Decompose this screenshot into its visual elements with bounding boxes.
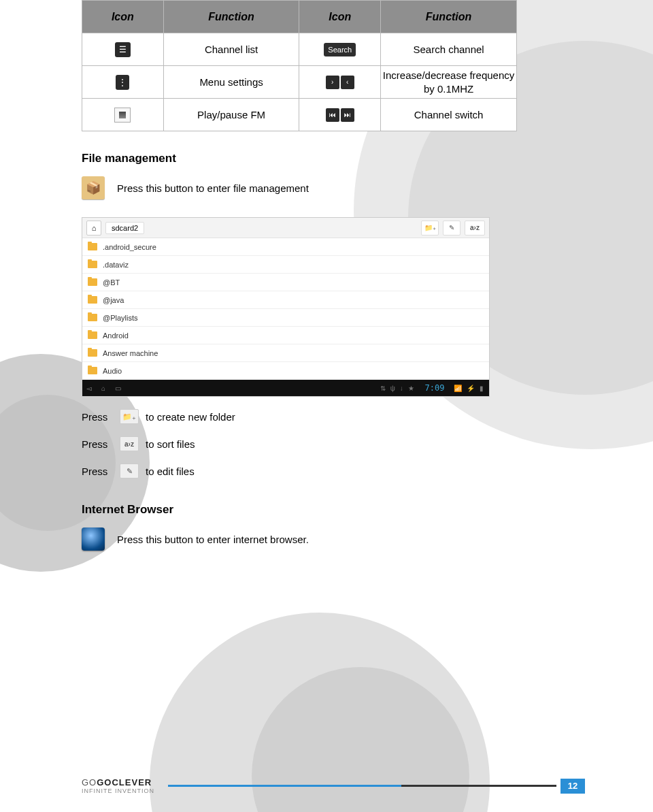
folder-icon	[88, 331, 97, 339]
breadcrumb-sdcard2[interactable]: sdcard2	[105, 222, 144, 234]
channel-switch-icon: ⏮⏭	[326, 108, 354, 122]
folder-icon	[88, 314, 97, 321]
sort-az-icon[interactable]: a›z	[465, 221, 485, 236]
back-nav-icon[interactable]: ◅	[86, 385, 92, 392]
status-time: 7:09	[425, 383, 445, 393]
status-icons: ⇅ ψ ↓ ★	[380, 385, 415, 392]
file-manager-app-icon	[82, 176, 105, 199]
press-sort-text: to sort files	[146, 438, 195, 450]
footer-bar	[168, 785, 556, 787]
recents-nav-icon[interactable]: ▭	[115, 385, 121, 392]
list-item[interactable]: @Playlists	[82, 309, 489, 327]
channel-list-icon: ☰	[115, 42, 131, 57]
list-item[interactable]: .android_secure	[82, 238, 489, 256]
menu-settings-icon: ⋮	[116, 75, 129, 90]
folder-icon	[88, 261, 97, 268]
func-channel-list: Channel list	[163, 33, 299, 66]
icon-function-table: Icon Function Icon Function ☰ Channel li…	[82, 0, 517, 131]
page-number: 12	[560, 779, 585, 794]
press-label-1: Press	[82, 411, 113, 423]
list-item[interactable]: Answer machine	[82, 344, 489, 362]
folder-icon	[88, 349, 97, 357]
folder-icon	[88, 367, 97, 374]
file-manager-screenshot: ⌂ sdcard2 📁₊ ✎ a›z .android_secure .data…	[82, 217, 490, 397]
folder-icon	[88, 243, 97, 250]
status-icons-right: 📶 ⚡ ▮	[454, 385, 485, 392]
new-folder-icon: 📁₊	[120, 409, 139, 424]
file-management-instruction: Press this button to enter file manageme…	[117, 182, 309, 194]
press-label-3: Press	[82, 466, 113, 477]
func-menu-settings: Menu settings	[163, 66, 299, 99]
folder-icon	[88, 278, 97, 286]
new-folder-icon[interactable]: 📁₊	[421, 221, 439, 236]
func-channel-switch: Channel switch	[381, 99, 517, 131]
list-item[interactable]: Android	[82, 327, 489, 344]
list-item[interactable]: @java	[82, 291, 489, 309]
heading-internet-browser: Internet Browser	[82, 503, 571, 517]
edit-icon[interactable]: ✎	[443, 221, 461, 236]
folder-icon	[88, 296, 97, 304]
browser-app-icon	[82, 527, 105, 551]
list-item[interactable]: .dataviz	[82, 256, 489, 274]
list-item[interactable]: @BT	[82, 274, 489, 291]
heading-file-management: File management	[82, 152, 571, 165]
play-pause-icon	[114, 108, 131, 123]
press-new-folder-text: to create new folder	[146, 411, 235, 423]
search-icon: Search	[324, 43, 356, 56]
press-label-2: Press	[82, 438, 113, 450]
footer-logo: GOGOCLEVER INFINITE INVENTION	[82, 777, 154, 794]
th-func-2: Function	[381, 1, 517, 33]
func-search-channel: Search channel	[381, 33, 517, 66]
press-edit-text: to edit files	[146, 466, 195, 477]
home-icon[interactable]: ⌂	[86, 221, 101, 236]
freq-arrows-icon: ›‹	[326, 76, 354, 89]
sort-az-icon: a›z	[120, 436, 139, 451]
th-icon-2: Icon	[299, 1, 381, 33]
func-play-pause: Play/pause FM	[163, 99, 299, 131]
home-nav-icon[interactable]: ⌂	[101, 385, 105, 392]
th-icon-1: Icon	[82, 1, 164, 33]
func-freq: Increase/decrease frequency by 0.1MHZ	[381, 69, 516, 95]
list-item[interactable]: Audio	[82, 362, 489, 380]
internet-browser-instruction: Press this button to enter internet brow…	[117, 534, 309, 545]
edit-icon: ✎	[120, 464, 139, 478]
th-func-1: Function	[163, 1, 299, 33]
